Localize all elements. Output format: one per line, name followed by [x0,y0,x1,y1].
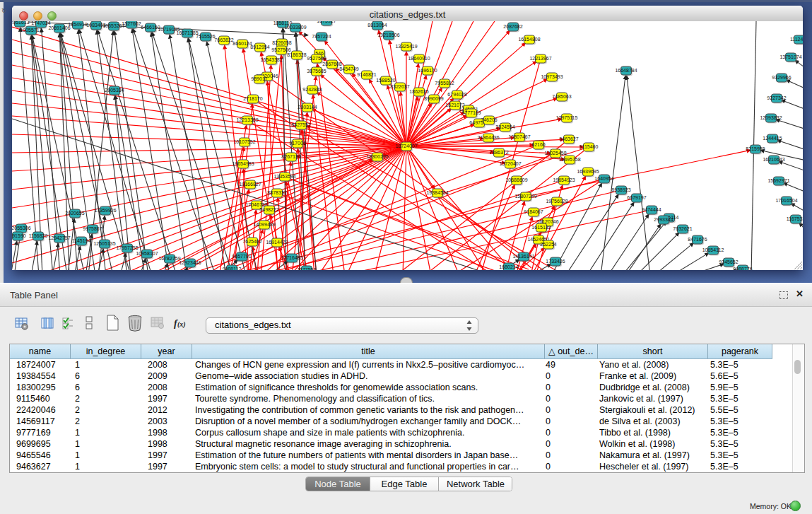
svg-text:19756928: 19756928 [546,199,567,204]
svg-text:3824554: 3824554 [495,124,514,129]
svg-text:1177553: 1177553 [298,267,317,270]
svg-text:15692971: 15692971 [767,178,789,183]
svg-text:8912954: 8912954 [250,45,269,49]
svg-text:8660124: 8660124 [233,41,252,46]
svg-text:16495758: 16495758 [558,157,580,162]
svg-text:19218506: 19218506 [377,33,399,37]
svg-text:12975115: 12975115 [556,115,578,120]
svg-text:1615132: 1615132 [531,225,551,230]
svg-text:2020655: 2020655 [65,211,84,216]
svg-text:1156829: 1156829 [29,233,48,238]
svg-text:9329966: 9329966 [772,75,791,80]
svg-text:12213967: 12213967 [529,56,551,61]
svg-text:6794028: 6794028 [447,92,466,97]
svg-text:9245652: 9245652 [719,259,738,264]
svg-text:2905334: 2905334 [105,88,124,93]
svg-text:10033809: 10033809 [284,25,306,30]
svg-text:8186328: 8186328 [287,52,306,57]
svg-text:9227342: 9227342 [767,95,786,100]
svg-text:8322037: 8322037 [390,84,409,89]
svg-text:8215955: 8215955 [746,146,765,151]
svg-text:9115460: 9115460 [579,144,599,149]
svg-text:9184067: 9184067 [524,209,543,214]
svg-text:13751074: 13751074 [779,54,801,59]
svg-text:16914479: 16914479 [266,240,288,245]
svg-text:13353594: 13353594 [273,174,295,179]
svg-text:10973493: 10973493 [541,74,563,79]
svg-text:252254: 252254 [540,242,556,247]
svg-text:10107552: 10107552 [233,139,255,144]
svg-text:9463627: 9463627 [559,136,578,141]
svg-text:8938923: 8938923 [611,187,630,192]
svg-text:8454749: 8454749 [339,66,358,71]
svg-text:2055306: 2055306 [12,226,31,230]
svg-text:9975867: 9975867 [83,226,102,231]
svg-text:1862635: 1862635 [409,89,428,94]
svg-text:10958107: 10958107 [136,251,158,256]
svg-text:10025458: 10025458 [544,151,566,156]
svg-text:13325419: 13325419 [395,44,417,49]
svg-text:17016504: 17016504 [775,198,797,203]
svg-text:19654923: 19654923 [553,177,575,182]
svg-text:18640910: 18640910 [408,56,430,61]
svg-text:19384554: 19384554 [426,190,448,195]
svg-text:8226058: 8226058 [272,40,291,45]
svg-text:1640954: 1640954 [594,176,613,181]
svg-text:16648784: 16648784 [615,68,637,73]
svg-text:7625402: 7625402 [242,239,261,244]
svg-text:12093832: 12093832 [760,115,782,120]
svg-text:7663822: 7663822 [214,37,233,42]
svg-text:9242848: 9242848 [302,87,322,92]
svg-text:2993344: 2993344 [654,217,673,222]
svg-text:62160: 62160 [531,142,546,147]
svg-text:12505135: 12505135 [93,241,115,246]
svg-text:18724007: 18724007 [395,144,417,148]
svg-text:7485063: 7485063 [552,94,571,99]
svg-text:391590: 391590 [12,233,26,238]
svg-text:1680214: 1680214 [499,264,518,269]
svg-text:9988776: 9988776 [733,267,752,270]
svg-text:10688609: 10688609 [505,177,527,182]
svg-text:2718170: 2718170 [243,96,262,101]
svg-text:15807249: 15807249 [514,194,536,199]
svg-text:1145194: 1145194 [72,238,91,243]
svg-text:16671385: 16671385 [176,30,198,35]
svg-text:1527602: 1527602 [122,21,141,26]
svg-text:12213389: 12213389 [236,117,258,122]
svg-text:8471676: 8471676 [688,237,707,242]
svg-text:17359926: 17359926 [94,208,116,213]
svg-text:15716485: 15716485 [281,255,302,260]
svg-text:19654983: 19654983 [232,161,254,166]
svg-text:9474444: 9474444 [642,207,661,212]
svg-text:7515526: 7515526 [196,34,215,39]
svg-text:21364436: 21364436 [477,135,499,140]
svg-text:917006: 917006 [289,141,305,146]
svg-text:8267130: 8267130 [281,154,300,159]
svg-text:1244415: 1244415 [763,136,782,141]
svg-text:9146821: 9146821 [357,72,376,77]
svg-text:18300295: 18300295 [366,154,388,159]
svg-text:17957255: 17957255 [116,245,138,250]
svg-text:8427552: 8427552 [291,122,310,127]
svg-text:5498222: 5498222 [259,207,278,212]
svg-text:9657791: 9657791 [232,254,251,259]
svg-text:1696170: 1696170 [418,68,437,73]
svg-text:989017: 989017 [251,76,267,81]
svg-text:1854919: 1854919 [68,22,87,27]
svg-text:20691406: 20691406 [48,25,70,30]
svg-text:3875685: 3875685 [307,69,326,74]
svg-text:15720407: 15720407 [499,161,521,166]
svg-text:2803144: 2803144 [298,105,317,110]
svg-text:746206: 746206 [481,117,497,122]
svg-text:(x): (x) [177,320,186,329]
svg-text:7886372: 7886372 [489,150,508,155]
svg-text:9777169: 9777169 [461,110,481,115]
svg-text:2867608: 2867608 [322,62,341,66]
svg-text:14136141: 14136141 [512,254,534,259]
svg-text:1588520: 1588520 [376,78,395,83]
svg-text:10807467: 10807467 [508,134,530,139]
svg-text:9988112: 9988112 [223,267,242,270]
svg-text:7632621: 7632621 [673,226,692,231]
svg-text:12942757: 12942757 [48,235,70,240]
svg-text:7955812: 7955812 [435,81,454,86]
